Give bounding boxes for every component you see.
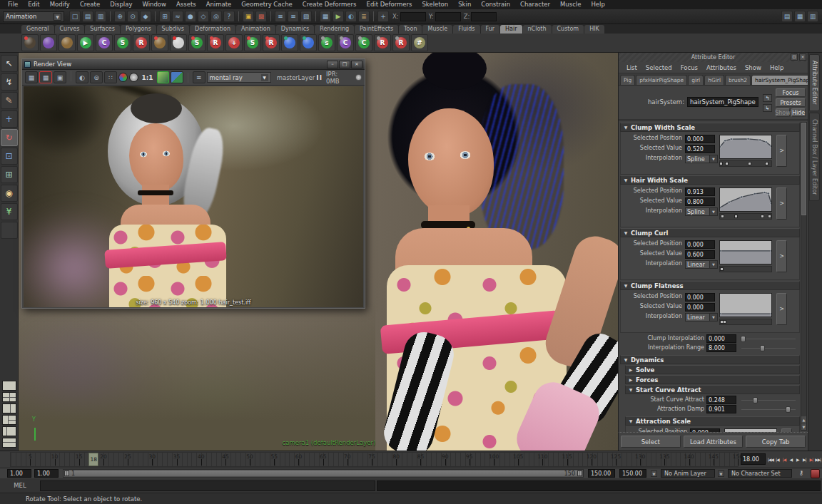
step-forward-key-button[interactable]: ▶| [808,453,815,466]
scroll-up-icon[interactable]: ▲ [801,416,806,423]
ae-tab-hairsystem-pigshape[interactable]: hairSystem_PigShape [751,75,808,85]
ae-tab-brush2[interactable]: brush2 [725,75,751,85]
anim-layer-selector[interactable]: No Anim Layer [661,469,715,478]
interactive-playback-icon[interactable]: ▶ [77,34,94,51]
select-object-icon[interactable]: ⊙ [127,11,138,22]
chevron-down-icon[interactable]: ▼ [718,470,724,477]
scrollbar-thumb[interactable] [801,123,806,215]
time-slider[interactable]: 5101520253035404550556065707580859095100… [10,452,739,467]
hair_width_scale-position-field[interactable]: 0.913 [685,187,715,196]
ae-menu-focus[interactable]: Focus [677,64,701,71]
menu-file[interactable]: File [3,0,23,9]
clump_interpolation-slider-handle[interactable] [741,336,746,342]
copy-tab-button[interactable]: Copy Tab [746,436,806,448]
hair_width_scale-value-field[interactable]: 0.800 [685,197,715,206]
shelf-tab-custom[interactable]: Custom [552,25,584,34]
snapshot-icon[interactable]: ▣ [54,71,66,83]
attribute-scroll-area[interactable]: ▼Clump Width ScaleSelected Position0.000… [619,120,808,432]
three-pane-layout-icon[interactable] [2,415,16,425]
animation-start-field[interactable]: 1.00 [7,469,31,478]
refresh-icon[interactable]: ⊚ [90,71,103,83]
float-panel-icon[interactable]: ⊡ [791,53,798,61]
snap-to-planes-icon[interactable]: ◇ [198,11,209,22]
shelf-tab-muscle[interactable]: Muscle [422,25,452,34]
shelf-tab-deformation[interactable]: Deformation [190,25,235,34]
step-back-frame-button[interactable]: |◀ [774,453,781,466]
clump_interpolation-field[interactable]: 0.000 [706,334,736,343]
shelf-tab-fluids[interactable]: Fluids [453,25,480,34]
attribute-editor-toggle-icon[interactable]: ▤ [781,11,793,22]
channel-box-toggle-icon[interactable]: ▥ [807,11,818,22]
section-header-hair-width-scale[interactable]: ▼Hair Width Scale [620,175,800,185]
ipr-render-icon[interactable]: ◐ [345,11,357,22]
open-scene-icon[interactable]: ▤ [82,11,93,22]
clump_width_scale-interpolation-select[interactable]: Spline▼ [685,155,718,163]
clump_curl-expand-button[interactable]: > [776,240,787,272]
highlight-selection-icon[interactable]: ▩ [255,11,267,22]
select-next-node-icon[interactable]: ↳ [763,104,772,112]
construction-history-icon[interactable]: ▧ [300,11,312,22]
chevron-down-icon[interactable]: ▼ [651,470,657,477]
z-coordinate-input[interactable] [471,12,497,21]
clump_width_scale-ramp-markers[interactable] [719,160,772,167]
comb-hair-icon[interactable]: # [411,34,428,51]
menu-constrain[interactable]: Constrain [476,0,515,9]
shelf-tab-subdivs[interactable]: Subdivs [157,25,189,34]
attraction_damp-field[interactable]: 0.901 [706,405,736,413]
clump_curl-ramp-markers[interactable] [719,266,772,272]
ae-menu-show[interactable]: Show [741,64,765,71]
make-collide-sphere-icon[interactable] [300,34,317,51]
attraction_damp-slider[interactable] [741,409,796,410]
clump_curl-interpolation-select[interactable]: Linear▼ [685,260,718,269]
focus-button[interactable]: Focus [776,88,806,97]
save-scene-icon[interactable]: ▥ [95,11,106,22]
menu-set-selector[interactable]: Animation ▼ [3,11,64,22]
shelf-tab-curves[interactable]: Curves [55,25,85,34]
section-header-clump-flatness[interactable]: ▼Clump Flatness [620,281,800,290]
two-pane-side-layout-icon[interactable] [2,403,16,413]
shelf-tab-hair[interactable]: Hair [500,25,522,34]
exposure-control-icon[interactable] [157,71,170,83]
mel-command-input[interactable] [40,480,375,491]
shelf-tab-polygons[interactable]: Polygons [121,25,156,34]
shelf-tab-surfaces[interactable]: Surfaces [85,25,120,34]
fur-hook-icon[interactable] [21,34,39,51]
coordinate-entry-icon[interactable]: + [377,11,389,22]
render-current-frame-icon[interactable]: ▶ [333,11,344,22]
output-connections-icon[interactable]: ≡ [288,11,299,22]
ae-tab-girl[interactable]: girl [688,75,704,85]
color-management-icon[interactable] [171,71,183,83]
clump_curl-value-field[interactable]: 0.600 [685,250,715,259]
load-attributes-button[interactable]: Load Attributes [684,436,744,448]
current-position-cache-icon[interactable]: C [96,34,113,51]
menu-muscle[interactable]: Muscle [555,0,586,9]
region-marquee-icon[interactable]: ∷ [104,71,117,83]
range-end-handle[interactable] [577,470,582,476]
shelf-tab-general[interactable]: General [21,25,54,34]
range-slider-bar[interactable]: 1 150 [64,470,582,476]
attraction_damp-slider-handle[interactable] [786,406,791,413]
clump_width_scale-position-field[interactable]: 0.000 [685,135,715,143]
start-position-icon[interactable]: S [114,34,131,51]
y-coordinate-input[interactable] [435,12,461,21]
start_curve_attract-slider[interactable] [741,400,796,401]
display-current-icon[interactable]: C [337,34,354,51]
menu-create[interactable]: Create [75,0,105,9]
paint-select-tool-icon[interactable]: ✎ [1,92,18,109]
dock-tab-channel-box-layer-editor[interactable]: Channel Box / Layer Editor [809,113,820,202]
paint-hair-textures-icon[interactable] [170,34,187,51]
rendered-image[interactable]: size: 960 x 540 zoom: 1.000 hair_test.if… [24,86,363,307]
go-to-start-button[interactable]: |◀◀ [767,453,774,466]
ae-menu-list[interactable]: List [623,64,641,71]
single-pane-layout-icon[interactable] [2,381,16,391]
shelf-tab-hik[interactable]: HIK [584,25,604,34]
make-live-icon[interactable]: ◎ [210,11,222,22]
menu-skeleton[interactable]: Skeleton [417,0,453,9]
clump_flatness-expand-button[interactable]: > [776,293,787,325]
rest-position-icon[interactable]: R [133,34,150,51]
section-header-attraction-scale[interactable]: ▼Attraction Scale [625,416,800,426]
go-to-end-button[interactable]: ▶▶| [815,453,822,466]
shelf-tab-ncloth[interactable]: nCloth [523,25,552,34]
hair-clump-icon[interactable] [151,34,168,51]
clump_width_scale-value-field[interactable]: 0.520 [685,145,715,153]
